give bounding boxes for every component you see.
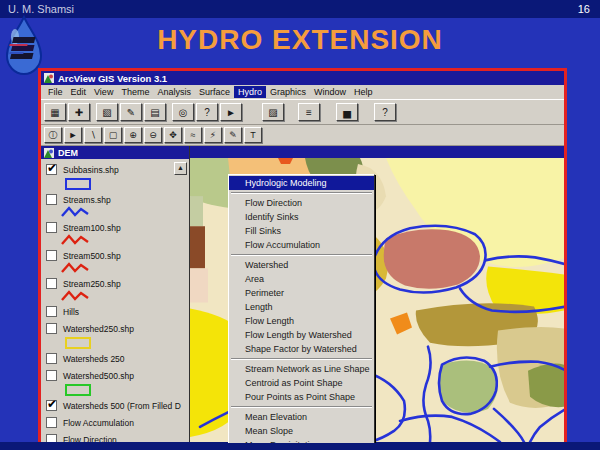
layer-checkbox[interactable]: ✔ — [46, 400, 57, 411]
menu-item-flow-direction[interactable]: Flow Direction — [229, 196, 374, 210]
layer-label: Watersheds 500 (From Filled D — [63, 401, 181, 411]
help-pointer-icon[interactable]: ? — [374, 103, 396, 121]
vertex-edit-icon[interactable]: ∖ — [84, 127, 102, 143]
window-titlebar[interactable]: ArcView GIS Version 3.1 — [41, 71, 564, 85]
work-area: DEM ▲ ✔Subbasins.shpStreams.shpStream100… — [41, 146, 564, 443]
identify-icon[interactable]: ⓘ — [44, 127, 62, 143]
theme-properties-icon[interactable]: ▧ — [96, 103, 118, 121]
pointer-icon[interactable]: ► — [64, 127, 82, 143]
menu-item-flow-length-by-watershed[interactable]: Flow Length by Watershed — [229, 328, 374, 342]
legend-layer[interactable]: Watersheds 250 — [46, 351, 187, 366]
toolbar-group: ▨ — [262, 103, 284, 121]
label-icon[interactable]: ✎ — [224, 127, 242, 143]
menu-item-watershed[interactable]: Watershed — [229, 258, 374, 272]
menu-theme[interactable]: Theme — [117, 86, 153, 98]
table-icon[interactable]: ▤ — [144, 103, 166, 121]
toolbar-group: ◎?► — [172, 103, 242, 121]
toolbar-group: ▦✚ — [44, 103, 90, 121]
menu-item-shape-factor-by-watershed[interactable]: Shape Factor by Watershed — [229, 342, 374, 356]
menu-hydro[interactable]: Hydro — [234, 86, 266, 98]
legend-window: DEM ▲ ✔Subbasins.shpStreams.shpStream100… — [41, 146, 190, 443]
menu-item-fill-sinks[interactable]: Fill Sinks — [229, 224, 374, 238]
add-theme-icon[interactable]: ✚ — [68, 103, 90, 121]
menu-item-perimeter[interactable]: Perimeter — [229, 286, 374, 300]
legend-layer[interactable]: Flow Accumulation — [46, 415, 187, 430]
save-icon[interactable]: ▦ — [44, 103, 66, 121]
menu-item-flow-accumulation[interactable]: Flow Accumulation — [229, 238, 374, 252]
menu-window[interactable]: Window — [310, 86, 350, 98]
edit-legend-icon[interactable]: ✎ — [120, 103, 142, 121]
menu-surface[interactable]: Surface — [195, 86, 234, 98]
hydro-dropdown: Hydrologic ModelingFlow DirectionIdentif… — [228, 174, 375, 443]
layer-checkbox[interactable] — [46, 323, 57, 334]
menu-item-flow-length[interactable]: Flow Length — [229, 314, 374, 328]
layer-checkbox[interactable] — [46, 353, 57, 364]
zoom-to-themes-icon[interactable]: ▨ — [262, 103, 284, 121]
menu-item-mean-precipitation[interactable]: Mean Precipitation — [229, 438, 374, 443]
legend-layer[interactable]: Stream500.shp — [46, 248, 187, 274]
menu-separator — [231, 406, 372, 408]
measure-icon[interactable]: ≈ — [184, 127, 202, 143]
layer-checkbox[interactable] — [46, 194, 57, 205]
menu-analysis[interactable]: Analysis — [153, 86, 195, 98]
pan-icon[interactable]: ✥ — [164, 127, 182, 143]
menu-bar: FileEditViewThemeAnalysisSurfaceHydroGra… — [41, 85, 564, 100]
menu-item-length[interactable]: Length — [229, 300, 374, 314]
scroll-up-icon[interactable]: ▲ — [174, 162, 187, 175]
menu-item-centroid-as-point-shape[interactable]: Centroid as Point Shape — [229, 376, 374, 390]
menu-separator — [231, 358, 372, 360]
layer-checkbox[interactable] — [46, 417, 57, 428]
menu-view[interactable]: View — [90, 86, 117, 98]
hotlink-icon[interactable]: ⚡ — [204, 127, 222, 143]
menu-item-pour-points-as-point-shape[interactable]: Pour Points as Point Shape — [229, 390, 374, 404]
legend-layer[interactable]: Hills — [46, 304, 187, 319]
layer-label: Stream500.shp — [63, 251, 121, 261]
layer-label: Hills — [63, 307, 79, 317]
menu-edit[interactable]: Edit — [67, 86, 91, 98]
legend-titlebar[interactable]: DEM — [41, 146, 189, 159]
legend-layer[interactable]: ✔Subbasins.shp — [46, 162, 187, 190]
legend-layer[interactable]: Stream100.shp — [46, 220, 187, 246]
legend-layer[interactable]: Stream250.shp — [46, 276, 187, 302]
query-builder-icon[interactable]: ? — [196, 103, 218, 121]
histogram-icon[interactable]: ▅ — [336, 103, 358, 121]
legend-layer[interactable]: Watershed250.shp — [46, 321, 187, 349]
dem-window-icon — [44, 148, 54, 158]
layer-checkbox[interactable] — [46, 222, 57, 233]
select-box-icon[interactable]: ▢ — [104, 127, 122, 143]
menu-item-mean-elevation[interactable]: Mean Elevation — [229, 410, 374, 424]
window-title: ArcView GIS Version 3.1 — [58, 73, 167, 84]
layer-label: Subbasins.shp — [63, 165, 119, 175]
menu-item-hydrologic-modeling[interactable]: Hydrologic Modeling — [229, 176, 374, 190]
menu-file[interactable]: File — [44, 86, 67, 98]
layer-checkbox[interactable] — [46, 370, 57, 381]
legend-layer[interactable]: Watershed500.shp — [46, 368, 187, 396]
layer-checkbox[interactable]: ✔ — [46, 164, 57, 175]
menu-graphics[interactable]: Graphics — [266, 86, 310, 98]
layer-checkbox[interactable] — [46, 306, 57, 317]
menu-item-area[interactable]: Area — [229, 272, 374, 286]
layer-label: Watersheds 250 — [63, 354, 125, 364]
toolbar-row-1: ▦✚▧✎▤◎?►▨≡▅? — [41, 100, 564, 125]
zoom-in-icon[interactable]: ⊕ — [124, 127, 142, 143]
menu-item-stream-network-as-line-shape[interactable]: Stream Network as Line Shape — [229, 362, 374, 376]
menu-help[interactable]: Help — [350, 86, 377, 98]
legend-layer[interactable]: ✔Watersheds 500 (From Filled D — [46, 398, 187, 413]
toolbar-group: ? — [374, 103, 396, 121]
slide-bottom-band — [0, 442, 600, 450]
menu-item-mean-slope[interactable]: Mean Slope — [229, 424, 374, 438]
layer-label: Stream250.shp — [63, 279, 121, 289]
text-icon[interactable]: T — [244, 127, 262, 143]
legend-list: ▲ ✔Subbasins.shpStreams.shpStream100.shp… — [41, 159, 189, 443]
arcview-window: ArcView GIS Version 3.1 FileEditViewThem… — [38, 68, 567, 443]
zoom-out-icon[interactable]: ⊖ — [144, 127, 162, 143]
legend-editor-icon[interactable]: ≡ — [298, 103, 320, 121]
layer-checkbox[interactable] — [46, 278, 57, 289]
arcview-icon — [44, 73, 54, 83]
find-icon[interactable]: ◎ — [172, 103, 194, 121]
layer-checkbox[interactable] — [46, 250, 57, 261]
select-features-icon[interactable]: ► — [220, 103, 242, 121]
legend-layer[interactable]: Streams.shp — [46, 192, 187, 218]
menu-separator — [231, 254, 372, 256]
menu-item-identify-sinks[interactable]: Identify Sinks — [229, 210, 374, 224]
